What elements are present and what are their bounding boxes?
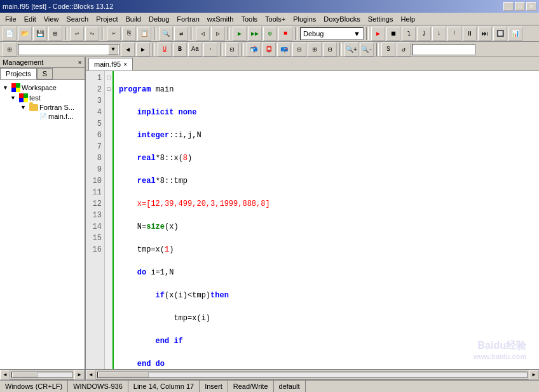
maximize-button[interactable]: □ [515,2,525,11]
code-line-9[interactable]: do i=1,N [119,267,534,278]
menu-build[interactable]: Build [121,14,144,24]
zoom-out-button[interactable]: 🔍- [360,43,374,57]
minimize-button[interactable]: _ [503,2,514,11]
menu-doxyblocks[interactable]: DoxyBlocks [320,14,364,24]
search-select-button[interactable]: ⊡ [225,43,239,57]
search-bold-button[interactable]: B [173,43,187,57]
debug-stop-button[interactable]: ⏹ [386,27,400,41]
scroll-track[interactable] [11,372,73,378]
tree-item-mainf[interactable]: 📄 main.f... [0,112,85,121]
management-close-button[interactable]: × [78,58,82,66]
code-line-13[interactable]: end do [119,358,534,369]
refresh-button[interactable]: ↺ [397,43,411,57]
menu-tools-plus[interactable]: Tools+ [261,14,289,24]
tab-symbols[interactable]: S [37,68,53,79]
open-file-button[interactable]: 📂 [18,27,32,41]
editor-hscrollbar[interactable]: ◀ ▶ [86,369,539,379]
menu-settings[interactable]: Settings [364,14,397,24]
menu-help[interactable]: Help [397,14,419,24]
nav-back-button[interactable]: ◁ [196,27,210,41]
compiler-btn4[interactable]: ⊟ [292,43,306,57]
code-line-8[interactable]: tmp=x(1) [119,244,534,255]
menu-project[interactable]: Project [92,14,121,24]
tree-item-workspace[interactable]: ▼ Workspace [0,83,85,93]
code-line-11[interactable]: tmp=x(i) [119,313,534,324]
debug-btn4[interactable]: ⏭ [478,27,492,41]
expand-workspace-icon[interactable]: ▼ [3,84,10,91]
code-line-12[interactable]: end if [119,335,534,347]
code-line-7[interactable]: N=size(x) [119,221,534,233]
code-line-3[interactable]: integer::i,j,N [119,130,534,141]
scroll-right-button[interactable]: ▶ [74,370,85,380]
menu-fortran[interactable]: Fortran [173,14,203,24]
compiler-btn1[interactable]: 📬 [247,43,261,57]
menu-search[interactable]: Search [62,14,92,24]
redo-button[interactable]: ↪ [85,27,99,41]
sigma-button[interactable]: S [381,43,395,57]
scroll-left-button[interactable]: ◀ [0,370,10,380]
debug-step-button[interactable]: ⤵ [402,27,416,41]
code-line-10[interactable]: if(x(i)<tmp)then [119,290,534,301]
secondary-search-input[interactable] [412,44,475,55]
code-line-4[interactable]: real*8::x(8) [119,152,534,164]
debug-next-button[interactable]: ⤸ [417,27,431,41]
compiler-btn5[interactable]: ⊞ [308,43,322,57]
debug-btn2[interactable]: ↑ [447,27,461,41]
nav-next-button[interactable]: ▶ [136,43,150,57]
menu-view[interactable]: View [40,14,63,24]
nav-prev-button[interactable]: ◀ [121,43,135,57]
search-input[interactable] [18,44,119,55]
editor-scroll-right[interactable]: ▶ [529,370,539,380]
scroll-thumb[interactable] [12,372,38,377]
close-button[interactable]: × [526,2,536,11]
search-word-button[interactable]: · [203,43,217,57]
compiler-btn3[interactable]: 📪 [277,43,291,57]
dropdown-arrow[interactable]: ▼ [108,44,118,55]
build-config-dropdown[interactable]: Debug ▼ [300,27,364,40]
tree-item-test[interactable]: ▼ test [0,93,85,103]
menu-plugins[interactable]: Plugins [289,14,320,24]
debug-btn6[interactable]: 📊 [508,27,522,41]
undo-button[interactable]: ↩ [70,27,84,41]
replace-button[interactable]: ⇄ [174,27,188,41]
menu-tools[interactable]: Tools [237,14,261,24]
cut-button[interactable]: ✂ [107,27,121,41]
new-file-button[interactable]: 📄 [3,27,17,41]
editor-scroll-left[interactable]: ◀ [86,370,96,380]
code-line-5[interactable]: real*8::tmp [119,175,534,187]
code-content[interactable]: program main implicit none integer::i,j,… [114,71,539,369]
code-line-1[interactable]: program main [119,84,534,95]
debug-btn3[interactable]: ⏸ [463,27,477,41]
zoom-in-button[interactable]: 🔍+ [345,43,358,57]
search-case-button[interactable]: Aa [188,43,202,57]
build-run-button[interactable]: ⚙ [263,27,277,41]
search-underline-button[interactable]: U [158,43,172,57]
compiler-btn6[interactable]: ⊟ [323,43,337,57]
menu-file[interactable]: File [1,14,20,24]
left-panel-scrollbar[interactable]: ◀ ▶ [0,369,85,379]
run-button[interactable]: ▶▶ [248,27,262,41]
debug-btn5[interactable]: 🔲 [493,27,507,41]
menu-debug[interactable]: Debug [145,14,173,24]
stop-button[interactable]: ■ [278,27,292,41]
find-button[interactable]: 🔍 [159,27,173,41]
save-button[interactable]: 💾 [33,27,47,41]
menu-wxsmith[interactable]: wxSmith [203,14,238,24]
code-line-6[interactable]: x=[12,39,499,20,3,1999,888,8] [119,198,534,210]
debug-start-button[interactable]: ▶ [371,27,385,41]
tab-projects[interactable]: Projects [0,68,37,79]
expand-test-icon[interactable]: ▼ [10,95,18,101]
copy-button[interactable]: ⎘ [122,27,136,41]
code-line-2[interactable]: implicit none [119,107,534,118]
debug-btn1[interactable]: ↓ [432,27,446,41]
search-jump-button[interactable]: ⊞ [3,43,17,57]
expand-fortran-icon[interactable]: ▼ [20,104,28,111]
save-all-button[interactable]: ⊞ [48,27,62,41]
editor-scroll-track[interactable] [97,372,528,378]
build-button[interactable]: ▶ [233,27,247,41]
editor-scroll-thumb[interactable] [98,372,149,377]
nav-forward-button[interactable]: ▷ [211,27,225,41]
menu-edit[interactable]: Edit [20,14,40,24]
tab-close-button[interactable]: × [123,61,127,68]
paste-button[interactable]: 📋 [137,27,151,41]
